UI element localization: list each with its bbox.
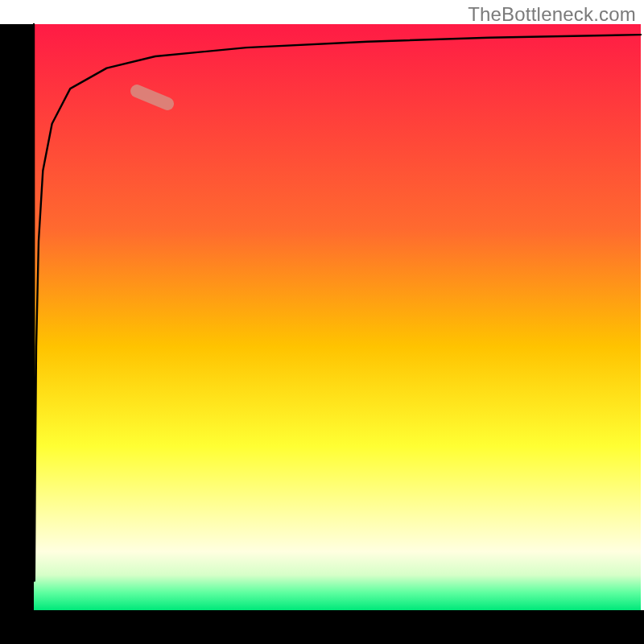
bottleneck-chart-svg — [0, 0, 644, 644]
chart-container: TheBottleneck.com — [0, 0, 644, 644]
watermark-label: TheBottleneck.com — [468, 3, 636, 26]
axis-left-border — [0, 24, 34, 644]
axis-bottom-border — [0, 610, 644, 644]
plot-background — [34, 24, 641, 610]
